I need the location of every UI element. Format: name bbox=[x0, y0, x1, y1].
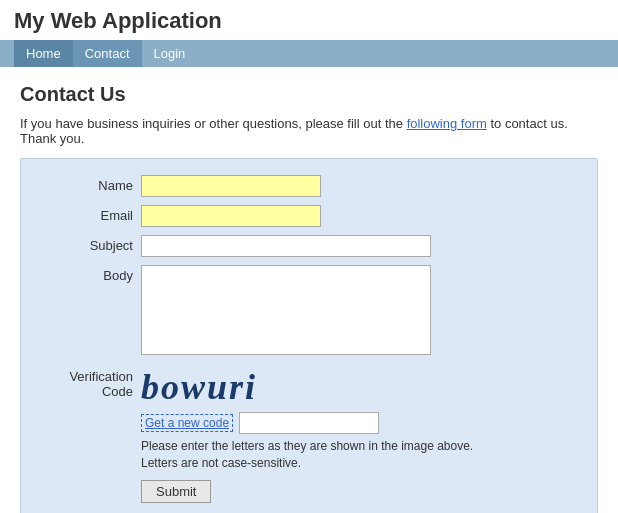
verification-label: Verification Code bbox=[41, 366, 141, 399]
subject-input[interactable] bbox=[141, 235, 431, 257]
captcha-input[interactable] bbox=[239, 412, 379, 434]
name-label: Name bbox=[41, 175, 141, 193]
intro-link: following form bbox=[407, 116, 487, 131]
verification-content: bowuri Get a new code Please enter the l… bbox=[141, 366, 473, 472]
submit-button[interactable]: Submit bbox=[141, 480, 211, 503]
captcha-hint: Please enter the letters as they are sho… bbox=[141, 438, 473, 472]
email-input[interactable] bbox=[141, 205, 321, 227]
page-title: Contact Us bbox=[20, 83, 598, 106]
name-row: Name bbox=[41, 175, 577, 197]
captcha-input-row: Get a new code bbox=[141, 412, 473, 434]
verification-label-line1: Verification bbox=[69, 369, 133, 384]
captcha-image: bowuri bbox=[141, 366, 473, 408]
email-row: Email bbox=[41, 205, 577, 227]
navigation: Home Contact Login bbox=[0, 40, 618, 67]
app-title: My Web Application bbox=[14, 8, 222, 33]
name-field-wrapper bbox=[141, 175, 577, 197]
nav-contact[interactable]: Contact bbox=[73, 40, 142, 67]
captcha-refresh-link[interactable]: Get a new code bbox=[141, 414, 233, 432]
subject-field-wrapper bbox=[141, 235, 577, 257]
subject-label: Subject bbox=[41, 235, 141, 253]
captcha-hint-line1: Please enter the letters as they are sho… bbox=[141, 439, 473, 453]
code-label-line2: Code bbox=[102, 384, 133, 399]
intro-prefix: If you have business inquiries or other … bbox=[20, 116, 407, 131]
email-label: Email bbox=[41, 205, 141, 223]
subject-row: Subject bbox=[41, 235, 577, 257]
body-row: Body bbox=[41, 265, 577, 358]
name-input[interactable] bbox=[141, 175, 321, 197]
submit-row: Submit bbox=[41, 480, 577, 503]
email-field-wrapper bbox=[141, 205, 577, 227]
captcha-hint-line2: Letters are not case-sensitive. bbox=[141, 456, 301, 470]
nav-home[interactable]: Home bbox=[14, 40, 73, 67]
body-label: Body bbox=[41, 265, 141, 283]
nav-login[interactable]: Login bbox=[142, 40, 198, 67]
verification-row: Verification Code bowuri Get a new code … bbox=[41, 366, 577, 472]
app-header: My Web Application bbox=[0, 0, 618, 40]
contact-form: Name Email Subject Body Verific bbox=[20, 158, 598, 513]
body-textarea[interactable] bbox=[141, 265, 431, 355]
intro-text: If you have business inquiries or other … bbox=[20, 116, 598, 146]
body-field-wrapper bbox=[141, 265, 577, 358]
main-content: Contact Us If you have business inquirie… bbox=[0, 67, 618, 513]
